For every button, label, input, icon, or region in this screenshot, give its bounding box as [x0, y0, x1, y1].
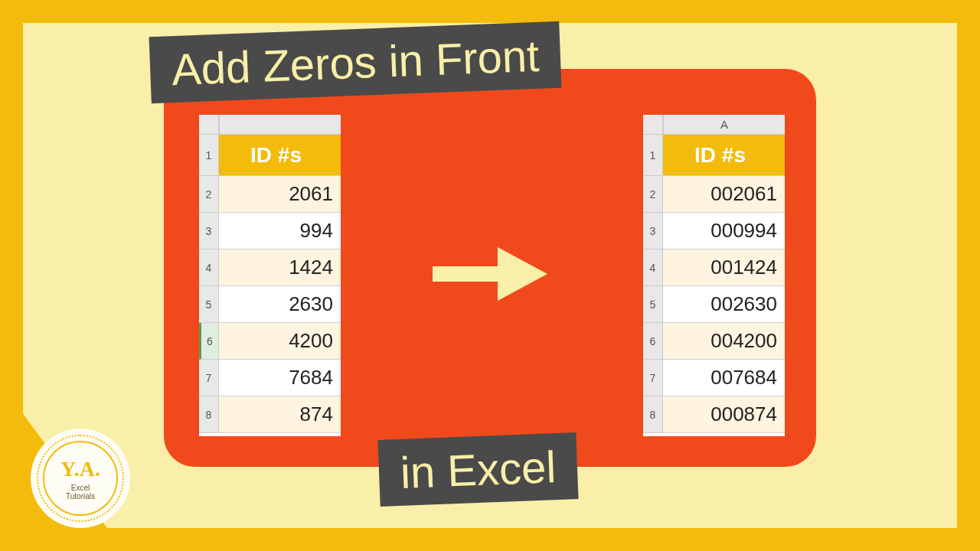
row-number: 4	[643, 249, 663, 286]
table-cell: 2630	[219, 286, 341, 323]
table-cell: 4200	[219, 323, 341, 360]
spreadsheet-left: 1ID #s220613994414245263064200776848874	[199, 115, 341, 436]
row-number: 8	[199, 396, 219, 433]
table-cell: 7684	[219, 360, 341, 396]
row-number: 8	[643, 396, 663, 433]
row-number: 2	[643, 176, 663, 213]
table-cell: 2061	[219, 176, 341, 213]
row-number: 2	[199, 176, 219, 213]
select-all-corner	[199, 115, 219, 135]
row-number: 5	[643, 286, 663, 323]
badge-ring-inner	[43, 441, 118, 516]
row-number: 7	[643, 360, 663, 396]
row-number: 7	[199, 360, 219, 396]
table-cell: 000994	[663, 213, 785, 249]
table-cell: 007684	[663, 360, 785, 396]
channel-badge: Y.A. ExcelTutorials	[31, 429, 130, 528]
table-cell: 002630	[663, 286, 785, 323]
row-number: 1	[199, 135, 219, 176]
column-header-a: A	[663, 115, 785, 135]
table-cell: 002061	[663, 176, 785, 213]
table-cell: 874	[219, 396, 341, 433]
table-cell: 004200	[663, 323, 785, 360]
arrow-right-icon	[425, 236, 555, 312]
select-all-corner	[643, 115, 663, 135]
table-cell: 000874	[663, 396, 785, 433]
row-number: 3	[643, 213, 663, 249]
row-number: 5	[199, 286, 219, 323]
table-cell: 994	[219, 213, 341, 249]
row-number: 6	[643, 323, 663, 360]
row-number: 6	[199, 323, 219, 360]
row-number: 4	[199, 249, 219, 286]
title-bottom: in Excel	[377, 432, 578, 507]
table-header: ID #s	[219, 135, 341, 176]
spreadsheet-right: A 1ID #s20020613000994400142450026306004…	[643, 115, 785, 436]
table-cell: 1424	[219, 249, 341, 286]
table-header: ID #s	[663, 135, 785, 176]
row-number: 1	[643, 135, 663, 176]
row-number: 3	[199, 213, 219, 249]
column-header-a	[219, 115, 341, 135]
table-cell: 001424	[663, 249, 785, 286]
